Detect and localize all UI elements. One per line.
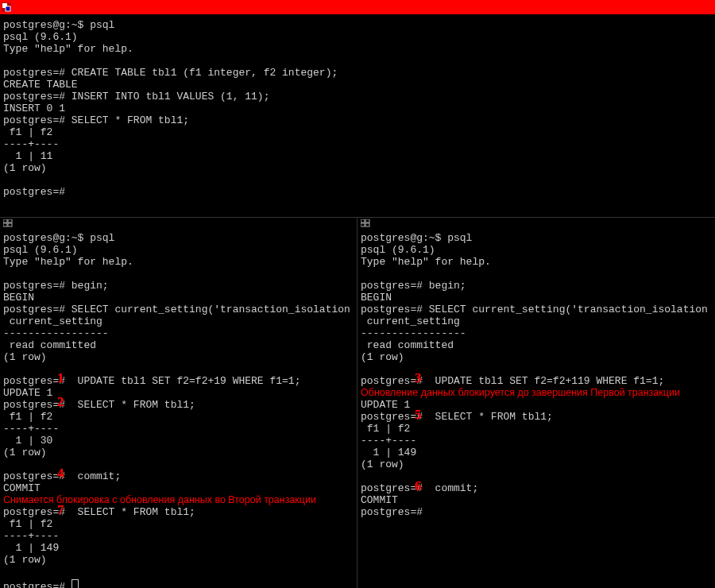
step-annotation-5: 5 (415, 408, 422, 420)
terminal-pane-top[interactable]: postgres@g:~$ psql psql (9.6.1) Type "he… (0, 14, 715, 218)
terminal-pane-left[interactable]: postgres@g:~$ psql psql (9.6.1) Type "he… (0, 218, 358, 588)
svg-rect-3 (3, 219, 7, 222)
terminal-output-top: postgres@g:~$ psql psql (9.6.1) Type "he… (3, 19, 712, 198)
bottom-split: postgres@g:~$ psql psql (9.6.1) Type "he… (0, 218, 715, 588)
step-annotation-4: 4 (57, 467, 64, 479)
terminal-output-right-tail: UPDATE 1 postgres=# SELECT * FROM tbl1; … (361, 399, 712, 518)
step-annotation-1: 1 (57, 372, 64, 384)
svg-rect-4 (8, 219, 12, 222)
step-annotation-6: 6 (415, 480, 422, 492)
svg-rect-10 (365, 223, 369, 226)
pane-tab-bar-right (361, 219, 712, 230)
annotation-comment-left: Снимается блокировка с обновления данных… (3, 494, 354, 506)
pane-tab-bar-left (3, 219, 354, 230)
cursor (72, 579, 79, 588)
terminal-output-left: postgres@g:~$ psql psql (9.6.1) Type "he… (3, 232, 354, 494)
annotation-comment-right: Обновление данных блокируется до заверше… (361, 387, 712, 399)
window-titlebar (0, 0, 715, 14)
pane-grid-icon[interactable] (361, 219, 370, 231)
terminal-output-right: postgres@g:~$ psql psql (9.6.1) Type "he… (361, 232, 712, 387)
terminal-output-left-tail: postgres=# SELECT * FROM tbl1; f1 | f2 -… (3, 506, 354, 588)
system-menu-icon[interactable] (2, 2, 11, 12)
svg-rect-8 (365, 219, 369, 222)
svg-rect-5 (3, 223, 7, 226)
terminal-pane-right[interactable]: postgres@g:~$ psql psql (9.6.1) Type "he… (358, 218, 715, 588)
step-annotation-7: 7 (57, 504, 64, 516)
step-annotation-3: 3 (415, 372, 422, 384)
pane-grid-icon[interactable] (3, 219, 13, 231)
svg-rect-9 (361, 223, 365, 226)
svg-rect-6 (8, 223, 12, 226)
svg-rect-7 (361, 219, 365, 222)
step-annotation-2: 2 (57, 396, 64, 408)
svg-rect-2 (6, 6, 10, 11)
